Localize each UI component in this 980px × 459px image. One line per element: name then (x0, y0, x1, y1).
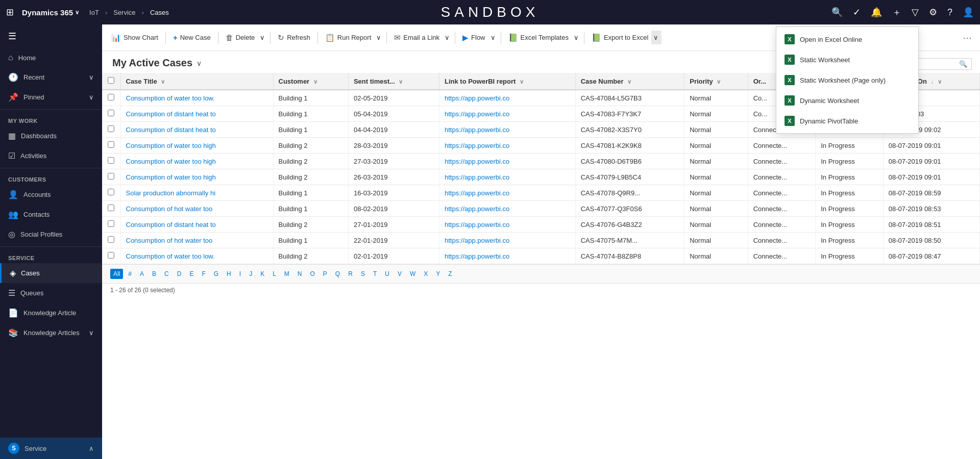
col-sent-timestamp[interactable]: Sent timest... ∨ (348, 73, 439, 90)
row-checkbox[interactable] (108, 205, 114, 211)
alpha-btn-n[interactable]: N (295, 269, 305, 279)
waffle-icon[interactable]: ⊞ (6, 7, 14, 18)
alpha-btn-u[interactable]: U (382, 269, 393, 279)
alpha-btn-s[interactable]: S (358, 269, 368, 279)
export-excel-dropdown[interactable]: ∨ (651, 31, 662, 44)
sidebar-item-knowledge-article[interactable]: 📄 Knowledge Article (0, 303, 102, 323)
excel-dropdown-dynamic-pivottable[interactable]: X Dynamic PivotTable (776, 111, 918, 131)
alpha-btn-all[interactable]: All (110, 269, 123, 279)
sidebar-item-recent[interactable]: 🕐 Recent ∨ (0, 67, 102, 87)
sidebar-item-queues[interactable]: ☰ Queues (0, 283, 102, 303)
app-name-chevron[interactable]: ∨ (75, 9, 79, 16)
select-all-checkbox[interactable] (108, 77, 114, 84)
run-report-dropdown[interactable]: ∨ (374, 31, 384, 44)
checkmark-icon[interactable]: ✓ (853, 7, 861, 18)
excel-templates-dropdown[interactable]: ∨ (572, 31, 582, 44)
user-icon[interactable]: 👤 (963, 7, 974, 18)
alpha-btn-j[interactable]: J (246, 269, 255, 279)
cell-case-title[interactable]: Consumption of hot water too (120, 201, 273, 217)
alpha-btn-x[interactable]: X (421, 269, 431, 279)
excel-dropdown-dynamic-worksheet[interactable]: X Dynamic Worksheet (776, 90, 918, 111)
cell-case-title[interactable]: Consumption of water too high (120, 154, 273, 169)
sidebar-toggle[interactable]: ☰ (0, 24, 102, 48)
alpha-btn-m[interactable]: M (281, 269, 292, 279)
alpha-btn-t[interactable]: T (370, 269, 380, 279)
refresh-button[interactable]: ↻ Refresh (273, 30, 315, 45)
col-case-number[interactable]: Case Number ∨ (575, 73, 684, 90)
sidebar-item-accounts[interactable]: 👤 Accounts (0, 185, 102, 205)
row-checkbox[interactable] (108, 220, 114, 227)
more-options[interactable]: ⋯ (959, 29, 976, 46)
cell-link-powerbi[interactable]: https://app.powerbi.co (439, 138, 575, 154)
cell-link-powerbi[interactable]: https://app.powerbi.co (439, 90, 575, 106)
cell-link-powerbi[interactable]: https://app.powerbi.co (439, 201, 575, 217)
row-checkbox[interactable] (108, 189, 114, 195)
bell-icon[interactable]: 🔔 (871, 7, 882, 18)
filter-icon[interactable]: ▽ (912, 7, 919, 18)
cell-link-powerbi[interactable]: https://app.powerbi.co (439, 248, 575, 264)
cell-case-title[interactable]: Consumption of distant heat to (120, 217, 273, 233)
search-icon[interactable]: 🔍 (831, 7, 843, 18)
email-link-button[interactable]: ✉ Email a Link (389, 30, 442, 45)
view-title-dropdown[interactable]: ∨ (197, 59, 202, 67)
cell-case-title[interactable]: Consumption of distant heat to (120, 122, 273, 138)
alpha-btn-h[interactable]: H (224, 269, 234, 279)
sidebar-item-social-profiles[interactable]: ◎ Social Profiles (0, 224, 102, 244)
cell-case-title[interactable]: Solar production abnormally hi (120, 185, 273, 201)
row-checkbox[interactable] (108, 141, 114, 148)
flow-button[interactable]: ▶ Flow (457, 30, 487, 45)
alpha-btn-e[interactable]: E (186, 269, 197, 279)
plus-icon[interactable]: ＋ (892, 6, 901, 18)
sidebar-item-activities[interactable]: ☑ Activities (0, 146, 102, 166)
alpha-btn-z[interactable]: Z (445, 269, 455, 279)
flow-dropdown[interactable]: ∨ (488, 31, 499, 44)
col-link-powerbi[interactable]: Link to PowerBI report ∨ (439, 73, 575, 90)
cell-link-powerbi[interactable]: https://app.powerbi.co (439, 169, 575, 185)
new-case-button[interactable]: + New Case (168, 30, 216, 45)
col-case-title[interactable]: Case Title ∨ (120, 73, 273, 90)
run-report-button[interactable]: 📋 Run Report (320, 30, 373, 45)
email-link-dropdown[interactable]: ∨ (443, 31, 453, 44)
help-icon[interactable]: ? (947, 7, 952, 18)
row-checkbox[interactable] (108, 173, 114, 180)
alpha-btn-i[interactable]: I (236, 269, 244, 279)
table-search-icon[interactable]: 🔍 (959, 60, 967, 68)
cell-case-title[interactable]: Consumption of water too high (120, 169, 273, 185)
alpha-btn-w[interactable]: W (407, 269, 419, 279)
sidebar-item-cases[interactable]: ◈ Cases (0, 263, 102, 283)
cell-case-title[interactable]: Consumption of water too low. (120, 90, 273, 106)
cell-case-title[interactable]: Consumption of water too low. (120, 248, 273, 264)
alpha-btn-v[interactable]: V (395, 269, 405, 279)
alpha-btn-#[interactable]: # (125, 269, 135, 279)
breadcrumb-cases[interactable]: Cases (148, 8, 171, 17)
sidebar-item-home[interactable]: ⌂ Home (0, 48, 102, 67)
alpha-btn-g[interactable]: G (211, 269, 222, 279)
export-excel-button[interactable]: 📗 Export to Excel (586, 30, 650, 45)
cell-case-title[interactable]: Consumption of hot water too (120, 233, 273, 248)
sidebar-item-contacts[interactable]: 👥 Contacts (0, 205, 102, 224)
cell-link-powerbi[interactable]: https://app.powerbi.co (439, 122, 575, 138)
delete-button[interactable]: 🗑 Delete (220, 30, 257, 45)
alpha-btn-c[interactable]: C (161, 269, 172, 279)
cell-link-powerbi[interactable]: https://app.powerbi.co (439, 233, 575, 248)
row-checkbox[interactable] (108, 125, 114, 132)
alpha-btn-k[interactable]: K (257, 269, 267, 279)
cell-link-powerbi[interactable]: https://app.powerbi.co (439, 217, 575, 233)
excel-dropdown-static-worksheet[interactable]: X Static Worksheet (776, 49, 918, 70)
alpha-btn-y[interactable]: Y (433, 269, 443, 279)
row-checkbox[interactable] (108, 252, 114, 259)
breadcrumb-iot[interactable]: IoT (87, 8, 101, 17)
alpha-btn-o[interactable]: O (307, 269, 318, 279)
cell-link-powerbi[interactable]: https://app.powerbi.co (439, 106, 575, 122)
sidebar-item-knowledge-articles[interactable]: 📚 Knowledge Articles ∨ (0, 323, 102, 343)
alpha-btn-d[interactable]: D (174, 269, 185, 279)
app-name[interactable]: Dynamics 365 ∨ (22, 8, 79, 17)
alpha-btn-b[interactable]: B (149, 269, 159, 279)
excel-dropdown-open-excel-online[interactable]: X Open in Excel Online (776, 29, 918, 49)
excel-dropdown-static-worksheet-page[interactable]: X Static Worksheet (Page only) (776, 70, 918, 90)
cell-link-powerbi[interactable]: https://app.powerbi.co (439, 154, 575, 169)
show-chart-button[interactable]: 📊 Show Chart (106, 30, 163, 45)
row-checkbox[interactable] (108, 236, 114, 243)
alpha-btn-l[interactable]: L (270, 269, 279, 279)
row-checkbox[interactable] (108, 110, 114, 116)
